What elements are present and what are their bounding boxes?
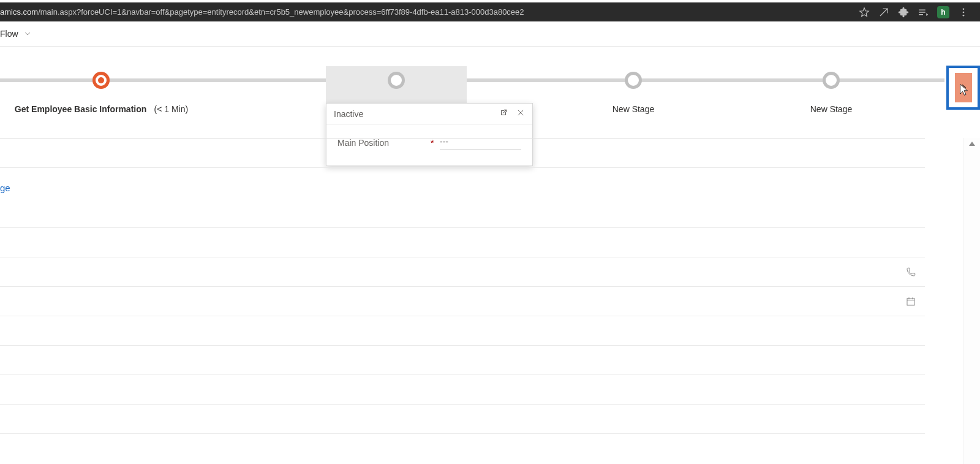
bpf-stage-1-time [149, 104, 154, 114]
browser-chrome-bar: amics.com/main.aspx?forceUCI=1&navbar=of… [0, 2, 980, 21]
form-row-8[interactable] [0, 433, 925, 463]
svg-point-0 [963, 8, 965, 10]
stage-flyout-header: Inactive [326, 104, 532, 124]
form-row-5[interactable] [0, 345, 925, 375]
bpf-next-stage-pager[interactable] [945, 66, 980, 109]
browser-url[interactable]: amics.com/main.aspx?forceUCI=1&navbar=of… [0, 2, 854, 21]
svg-point-2 [963, 14, 965, 16]
bpf-stage-4-marker [823, 72, 840, 89]
phone-icon [905, 267, 916, 278]
bpf-next-button-hot[interactable] [955, 73, 972, 102]
browser-url-path: /main.aspx?forceUCI=1&navbar=off&pagetyp… [38, 7, 524, 17]
chevron-down-icon [23, 29, 32, 38]
browser-action-icons: h [854, 6, 980, 18]
form-region [0, 138, 925, 464]
form-row-7[interactable] [0, 404, 925, 433]
bpf-stage-3-marker [625, 72, 642, 89]
bpf-stage-4-label: New Stage [810, 104, 852, 114]
form-row-3[interactable] [0, 227, 925, 257]
bpf-next-highlight-box [946, 66, 980, 110]
close-icon[interactable] [516, 108, 525, 119]
page-commandbar: Flow [0, 21, 980, 47]
business-process-flow: Get Employee Basic Information (< 1 Min)… [0, 66, 980, 103]
bpf-stage-1-label: Get Employee Basic Information [15, 104, 147, 114]
flow-dropdown-label: Flow [0, 29, 18, 39]
form-row-1[interactable] [0, 138, 925, 167]
bpf-stage-2-marker [388, 72, 405, 89]
bpf-stage-3[interactable]: New Stage [572, 66, 695, 115]
chevron-right-icon [959, 83, 968, 93]
form-row-6[interactable] [0, 375, 925, 404]
playlist-icon[interactable] [918, 7, 929, 18]
browser-url-domain: amics.com [0, 7, 38, 17]
site-info-icon[interactable] [878, 7, 889, 18]
bpf-stage-1-time-value: (< 1 Min) [154, 104, 189, 114]
extensions-puzzle-icon[interactable] [898, 7, 909, 18]
form-row-spacer-a [0, 198, 925, 227]
browser-profile-badge[interactable]: h [937, 6, 949, 18]
form-row-4[interactable] [0, 316, 925, 345]
form-row-calendar[interactable] [0, 286, 925, 316]
svg-rect-3 [907, 298, 914, 305]
form-row-phone[interactable] [0, 257, 925, 286]
bookmark-star-icon[interactable] [859, 7, 870, 18]
bpf-stage-4[interactable]: New Stage [770, 66, 892, 115]
svg-point-1 [963, 11, 965, 13]
calendar-icon [905, 296, 916, 307]
scrollbar-up-arrow-icon[interactable] [969, 142, 975, 146]
bpf-stage-1-marker [92, 72, 110, 89]
browser-menu-dots-icon[interactable] [958, 7, 969, 18]
dock-popout-icon[interactable] [499, 108, 508, 119]
flow-dropdown-button[interactable]: Flow [0, 21, 38, 46]
form-row-2[interactable] [0, 167, 925, 198]
stage-flyout-status: Inactive [334, 109, 363, 119]
bpf-stage-1[interactable]: Get Employee Basic Information (< 1 Min) [0, 66, 203, 115]
vertical-scrollbar[interactable] [963, 138, 980, 464]
bpf-stage-3-label: New Stage [612, 104, 654, 114]
